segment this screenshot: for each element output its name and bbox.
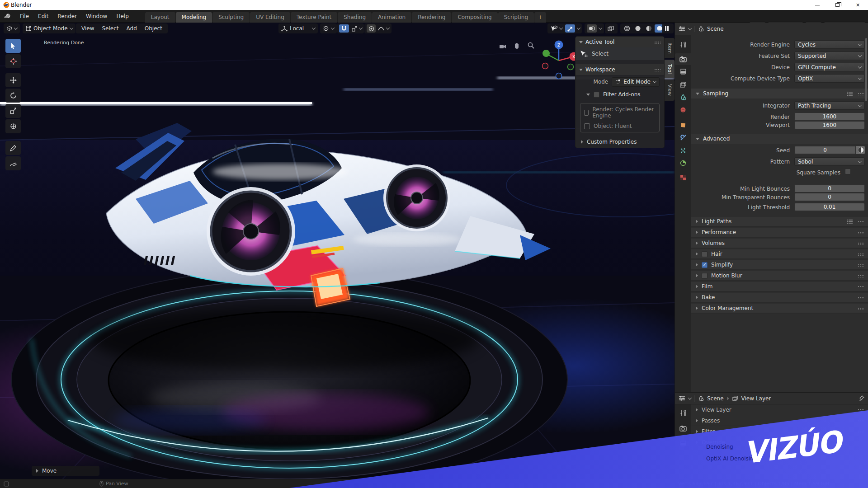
zoom-magnifier-icon[interactable] — [525, 40, 536, 51]
snap-target-icon[interactable] — [351, 26, 357, 32]
active-tool-panel-header[interactable]: Active Tool — [576, 37, 664, 47]
square-samples-checkbox[interactable] — [845, 169, 851, 174]
filter-addons-checkbox[interactable] — [594, 92, 599, 98]
feature-set-dropdown[interactable]: Supported — [794, 52, 865, 60]
hair-section[interactable]: Hair — [691, 249, 868, 259]
show-gizmo-toggle[interactable] — [565, 24, 575, 33]
transform-orientation-selector[interactable]: Local — [278, 23, 318, 33]
render-engine-dropdown[interactable]: Cycles — [794, 40, 865, 49]
tab-texture-paint[interactable]: Texture Paint — [291, 12, 337, 23]
statusbar-editor-icon[interactable] — [4, 481, 9, 487]
panel-drag-handle[interactable] — [857, 92, 864, 95]
falloff-curve-icon[interactable] — [378, 26, 384, 31]
addon-fluent-checkbox[interactable] — [584, 123, 590, 129]
tab-modeling[interactable]: Modeling — [176, 12, 212, 23]
addon-cycles-checkbox[interactable] — [584, 110, 589, 116]
view-menu[interactable]: View — [79, 25, 97, 32]
panel-drag-handle[interactable] — [654, 68, 660, 71]
integrator-dropdown[interactable]: Path Tracing — [794, 101, 865, 110]
view-layer-section[interactable]: View Layer — [691, 404, 868, 415]
axis-orbit-gizmo[interactable]: Z X — [537, 38, 580, 81]
menu-file[interactable]: File — [15, 10, 33, 23]
menu-render[interactable]: Render — [53, 10, 81, 23]
cursor-tool[interactable] — [5, 54, 21, 68]
tab-animation[interactable]: Animation — [372, 12, 411, 23]
tab-output-icon[interactable] — [675, 66, 691, 78]
snap-toggle[interactable] — [339, 24, 349, 33]
menu-edit[interactable]: Edit — [33, 10, 53, 23]
sidebar-tab-tool[interactable]: Tool — [665, 60, 675, 78]
mode-selector[interactable]: Object Mode — [23, 23, 75, 33]
light-paths-section[interactable]: Light Paths — [691, 217, 868, 227]
tab-sculpting[interactable]: Sculpting — [212, 12, 250, 23]
operator-panel[interactable]: Move — [32, 466, 99, 476]
simplify-section[interactable]: Simplify — [691, 260, 868, 270]
shading-wireframe-button[interactable] — [622, 24, 632, 33]
menu-window[interactable]: Window — [81, 10, 112, 23]
pivot-point-selector[interactable] — [320, 23, 337, 33]
animate-seed-button[interactable] — [856, 146, 865, 154]
add-menu[interactable]: Add — [124, 25, 140, 32]
film-section[interactable]: Film — [691, 282, 868, 292]
camera-view-icon[interactable] — [497, 41, 508, 52]
object-visibility-selector[interactable] — [547, 23, 565, 33]
color-management-section[interactable]: Color Management — [691, 304, 868, 314]
select-menu[interactable]: Select — [99, 25, 121, 32]
device-dropdown[interactable]: GPU Compute — [794, 63, 865, 71]
tab-scripting[interactable]: Scripting — [498, 12, 534, 23]
tab-tool-icon[interactable] — [675, 39, 691, 51]
object-menu[interactable]: Object — [142, 25, 165, 32]
panel-drag-handle[interactable] — [654, 41, 660, 44]
xray-toggle[interactable] — [605, 23, 618, 33]
motion-blur-section[interactable]: Motion Blur — [691, 271, 868, 281]
blender-logo-icon[interactable] — [4, 12, 12, 20]
volumes-section[interactable]: Volumes — [691, 239, 868, 249]
sidebar-tab-item[interactable]: Item — [665, 38, 675, 58]
editor-type-button[interactable] — [4, 23, 20, 33]
shading-solid-button[interactable] — [633, 24, 642, 33]
sampling-section-header[interactable]: Sampling — [691, 89, 868, 99]
tab-tool-icon[interactable] — [675, 407, 691, 419]
samples-viewport-field[interactable]: 1600 — [794, 121, 865, 129]
transform-tool[interactable] — [5, 119, 21, 133]
min-light-bounces-field[interactable]: 0 — [794, 184, 865, 192]
presets-list-icon[interactable] — [846, 91, 853, 96]
tab-render-icon[interactable] — [675, 53, 691, 65]
active-tool-select-row[interactable]: Select — [576, 47, 664, 60]
annotate-tool[interactable] — [5, 141, 21, 155]
motion-blur-checkbox[interactable] — [702, 273, 708, 279]
pause-render-button[interactable] — [662, 23, 674, 33]
rotate-tool[interactable] — [5, 89, 21, 103]
pan-hand-icon[interactable] — [511, 40, 522, 51]
samples-render-field[interactable]: 1600 — [794, 113, 865, 121]
workspace-panel-header[interactable]: Workspace — [576, 64, 664, 75]
tab-particles-icon[interactable] — [675, 145, 691, 156]
tab-rendering[interactable]: Rendering — [412, 12, 451, 23]
minimize-button[interactable] — [807, 0, 827, 10]
measure-tool[interactable] — [5, 156, 21, 170]
tab-physics-icon[interactable] — [675, 157, 691, 169]
simplify-checkbox[interactable] — [702, 262, 708, 268]
maximize-button[interactable] — [827, 0, 848, 10]
properties-scrollbar[interactable] — [865, 38, 867, 101]
presets-list-icon[interactable] — [846, 219, 853, 224]
custom-properties-header[interactable]: Custom Properties — [576, 136, 664, 148]
properties-editor-icon[interactable] — [679, 395, 685, 401]
tab-modifiers-icon[interactable] — [675, 132, 691, 144]
tab-render-icon[interactable] — [675, 422, 691, 434]
pattern-dropdown[interactable]: Sobol — [794, 157, 865, 166]
tab-view-layer-icon[interactable] — [675, 79, 691, 90]
shading-material-button[interactable] — [644, 24, 653, 33]
performance-section[interactable]: Performance — [691, 228, 868, 238]
tab-layout[interactable]: Layout — [145, 12, 175, 23]
tab-texture-icon[interactable] — [675, 172, 691, 183]
menu-help[interactable]: Help — [112, 10, 133, 23]
scale-tool[interactable] — [5, 104, 21, 118]
sidebar-tab-view[interactable]: View — [665, 80, 675, 100]
tab-scene-icon[interactable] — [675, 91, 691, 103]
filter-addons-expand[interactable] — [586, 94, 590, 96]
min-transparent-bounces-field[interactable]: 0 — [794, 193, 865, 201]
viewport-3d-scene[interactable] — [0, 23, 675, 488]
advanced-section-header[interactable]: Advanced — [691, 134, 868, 144]
proportional-editing-toggle[interactable] — [367, 24, 376, 33]
